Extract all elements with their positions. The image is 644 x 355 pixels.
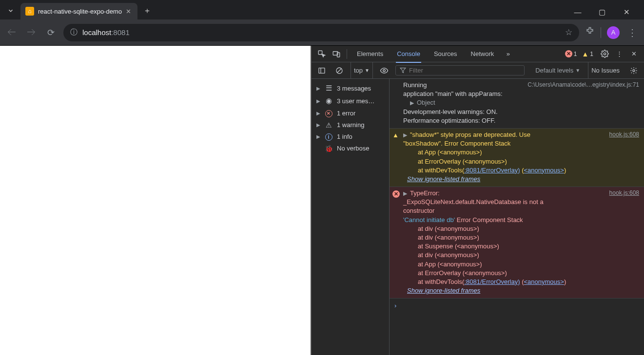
svg-rect-4 [319, 68, 325, 73]
extensions-button[interactable] [585, 26, 595, 38]
console-error-entry[interactable]: ✕ hook.js:608 ▶TypeError: _ExpoSQLiteNex… [390, 187, 644, 299]
warning-icon: ⚠ [324, 121, 333, 129]
error-badge[interactable]: ✕1 [565, 50, 580, 57]
address-bar[interactable]: ⓘ localhost:8081 ☆ [63, 24, 579, 41]
console-sidebar-toggle[interactable] [315, 64, 328, 77]
forward-button[interactable]: 🡢 [24, 26, 38, 39]
svg-line-7 [337, 69, 341, 73]
warning-icon: ▲ [582, 50, 588, 58]
site-info-icon[interactable]: ⓘ [70, 28, 78, 37]
clear-console-button[interactable] [333, 64, 346, 77]
tab-favicon: ⌂ [25, 7, 34, 16]
browser-tab-strip: ⌂ react-native-sqlite-expo-demo ✕ ＋ — ▢ … [0, 0, 644, 19]
close-window-button[interactable]: ✕ [620, 8, 633, 17]
user-icon: ◉ [324, 96, 333, 105]
maximize-button[interactable]: ▢ [595, 8, 609, 17]
more-tabs-button[interactable]: » [502, 48, 514, 60]
devtools-close-button[interactable]: ✕ [627, 48, 640, 60]
sidebar-no-verbose[interactable]: ▶🐞No verbose [312, 143, 389, 154]
page-viewport[interactable] [0, 46, 311, 355]
expand-icon[interactable]: ▶ [403, 190, 408, 197]
object-label[interactable]: Object [417, 99, 435, 106]
tab-network[interactable]: Network [465, 46, 500, 62]
url-text: localhost:8081 [82, 28, 130, 37]
source-link[interactable]: :8081/ErrorOverlay) [464, 278, 520, 285]
console-filter-input[interactable] [409, 67, 520, 74]
reload-button[interactable]: ⟳ [44, 26, 58, 39]
tab-close-button[interactable]: ✕ [124, 7, 133, 16]
log-text: Running [403, 81, 427, 89]
console-toolbar: top ▼ Default levels ▼ No Issues [312, 62, 644, 79]
console-filter[interactable] [395, 65, 525, 75]
log-text: application "main" with appParams: [403, 90, 503, 97]
inspect-element-button[interactable] [315, 48, 328, 60]
stack-label: Error Component Stack [457, 216, 523, 224]
stack-frame: at div (<anonymous>) [403, 233, 639, 242]
stack-frame: at div (<anonymous>) [403, 251, 639, 260]
expand-object-icon[interactable]: ▶ [410, 99, 415, 107]
source-link[interactable]: :8081/ErrorOverlay) [464, 167, 520, 174]
warning-badge[interactable]: ▲1 [582, 50, 596, 58]
search-tabs-button[interactable] [4, 4, 18, 18]
expand-icon[interactable]: ▶ [403, 131, 408, 139]
issues-button[interactable]: No Issues [588, 62, 623, 78]
console-warning-entry[interactable]: ▲ hook.js:608 ▶"shadow*" style props are… [390, 129, 644, 187]
browser-tab[interactable]: ⌂ react-native-sqlite-expo-demo ✕ [20, 3, 137, 19]
live-expression-button[interactable] [378, 64, 390, 77]
console-body: ▶☰3 messages ▶◉3 user mes… ▶✕1 error ▶⚠1… [312, 79, 644, 355]
error-icon: ✕ [565, 50, 572, 57]
console-prompt[interactable]: › [390, 299, 644, 313]
devtools-settings-button[interactable] [598, 48, 611, 60]
stack-frame: at App (<anonymous>) [403, 260, 639, 269]
sidebar-messages[interactable]: ▶☰3 messages [312, 82, 389, 94]
console-messages[interactable]: C:\Users\Anama\code\…egistry\index.js:71… [390, 79, 644, 355]
bookmark-star-icon[interactable]: ☆ [565, 27, 572, 37]
window-controls: — ▢ ✕ [571, 8, 640, 17]
show-ignored-frames-link[interactable]: Show ignore-listed frames [403, 175, 639, 184]
svg-marker-9 [400, 68, 406, 73]
profile-avatar[interactable]: A [607, 26, 620, 39]
stack-frame: at Suspense (<anonymous>) [403, 242, 639, 251]
back-button[interactable]: 🡠 [5, 26, 19, 39]
log-text: Performance optimizations: OFF. [403, 117, 495, 124]
sidebar-errors[interactable]: ▶✕1 error [312, 107, 389, 119]
main-area: Elements Console Sources Network » ✕1 ▲1… [0, 46, 644, 355]
svg-point-10 [633, 70, 635, 72]
console-log-entry[interactable]: C:\Users\Anama\code\…egistry\index.js:71… [390, 79, 644, 129]
sidebar-info[interactable]: ▶i1 info [312, 131, 389, 143]
stack-frame: at ErrorOverlay (<anonymous>) [403, 157, 639, 166]
context-selector[interactable]: top ▼ [351, 62, 373, 78]
info-icon: i [324, 133, 333, 141]
browser-menu-button[interactable]: ⋮ [625, 27, 639, 38]
source-link[interactable]: <anonymous> [524, 278, 564, 285]
toolbar-divider [601, 27, 601, 38]
stack-frame: at withDevTools(:8081/ErrorOverlay) (<an… [403, 278, 639, 286]
device-toolbar-button[interactable] [330, 48, 343, 60]
stack-frame: at App (<anonymous>) [403, 148, 639, 157]
tab-elements[interactable]: Elements [351, 46, 389, 62]
log-text: Development-level warnings: ON. [403, 108, 498, 115]
show-ignored-frames-link[interactable]: Show ignore-listed frames [403, 286, 639, 295]
log-levels-selector[interactable]: Default levels ▼ [532, 67, 583, 74]
console-sidebar: ▶☰3 messages ▶◉3 user mes… ▶✕1 error ▶⚠1… [312, 79, 390, 355]
browser-toolbar: 🡠 🡢 ⟳ ⓘ localhost:8081 ☆ A ⋮ [0, 19, 644, 46]
sidebar-user-messages[interactable]: ▶◉3 user mes… [312, 94, 389, 107]
minimize-button[interactable]: — [571, 8, 585, 17]
error-text: constructor [403, 206, 639, 215]
devtools-tab-bar: Elements Console Sources Network » ✕1 ▲1… [312, 46, 644, 62]
svg-point-3 [604, 53, 605, 55]
message-source[interactable]: C:\Users\Anama\code\…egistry\index.js:71 [527, 81, 639, 89]
tab-console[interactable]: Console [391, 46, 426, 62]
source-link[interactable]: <anonymous> [524, 167, 564, 174]
devtools-menu-button[interactable]: ⋮ [613, 48, 625, 60]
new-tab-button[interactable]: ＋ [140, 4, 154, 18]
tab-sources[interactable]: Sources [428, 46, 463, 62]
stack-frame: at div (<anonymous>) [403, 224, 639, 233]
svg-rect-2 [337, 53, 340, 57]
console-settings-button[interactable] [627, 64, 640, 77]
message-source[interactable]: hook.js:608 [609, 189, 639, 197]
list-icon: ☰ [324, 84, 333, 93]
bug-icon: 🐞 [324, 145, 333, 152]
message-source[interactable]: hook.js:608 [609, 131, 639, 139]
sidebar-warnings[interactable]: ▶⚠1 warning [312, 119, 389, 131]
